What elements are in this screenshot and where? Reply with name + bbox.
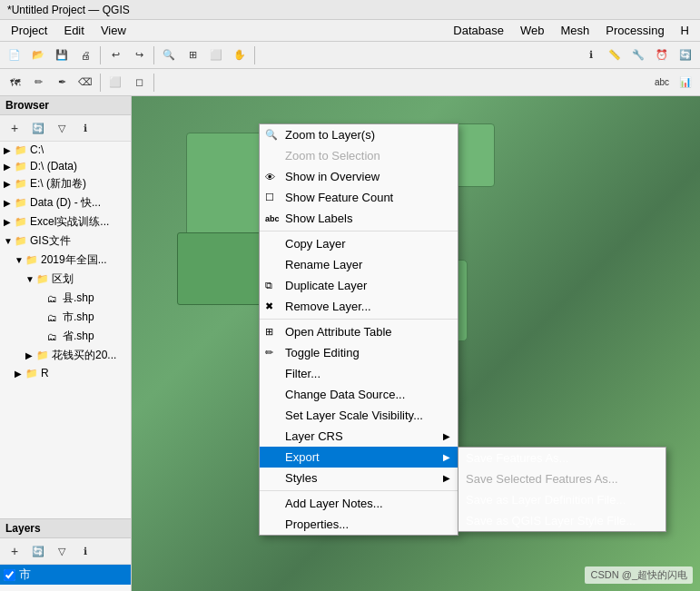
menu-processing[interactable]: Processing	[598, 22, 671, 39]
context-menu: 🔍 Zoom to Layer(s) Zoom to Selection 👁 S…	[259, 123, 458, 536]
layer-checkbox-shi[interactable]	[4, 569, 15, 581]
tree-item-data[interactable]: ▶ 📁 Data (D) - 快...	[0, 193, 131, 212]
main-area: Browser + 🔄 ▽ ℹ ▶ 📁 C:\ ▶ 📁 D:\ (Data) ▶…	[0, 96, 700, 591]
select-btn[interactable]: ⬜	[104, 72, 126, 94]
open-project-btn[interactable]: 📂	[27, 44, 49, 66]
deselect-btn[interactable]: ◻	[128, 72, 150, 94]
ctx-sep-3	[260, 490, 458, 491]
ctx-set-layer-scale[interactable]: Set Layer Scale Visibility...	[260, 405, 458, 426]
export-submenu: Save Features As... Save Selected Featur…	[458, 447, 666, 532]
tree-item-gis[interactable]: ▼ 📁 GIS文件	[0, 231, 131, 251]
menu-database[interactable]: Database	[446, 22, 511, 39]
ctx-show-overview[interactable]: 👁 Show in Overview	[260, 166, 458, 187]
ctx-change-data-source[interactable]: Change Data Source...	[260, 384, 458, 405]
tree-item-c[interactable]: ▶ 📁 C:\	[0, 142, 131, 158]
tree-item-xian[interactable]: ▶ 🗂 县.shp	[0, 289, 131, 308]
ctx-show-labels[interactable]: abc Show Labels	[260, 208, 458, 229]
zoom-selected-btn[interactable]: ⬜	[205, 44, 227, 66]
zoom-layer-btn[interactable]: ⊞	[182, 44, 203, 66]
layers-refresh-btn[interactable]: 🔄	[27, 540, 49, 562]
arrow-r: ▶	[15, 369, 25, 379]
layer-btn[interactable]: 🗺	[4, 72, 25, 94]
ctx-export[interactable]: Export ▶ Save Features As... Save Select…	[260, 447, 458, 468]
arrow-c: ▶	[4, 145, 15, 155]
separator-2	[153, 46, 154, 64]
ctx-remove-layer[interactable]: ✖ Remove Layer...	[260, 296, 458, 317]
layers-filter-btn[interactable]: ▽	[51, 540, 73, 562]
ctx-zoom-to-layers[interactable]: 🔍 Zoom to Layer(s)	[260, 124, 458, 145]
menu-edit[interactable]: Edit	[56, 22, 91, 39]
title-text: *Untitled Project — QGIS	[7, 4, 130, 16]
menu-h[interactable]: H	[674, 22, 696, 39]
tree-item-huaqian[interactable]: ▶ 📁 花钱买的20...	[0, 346, 131, 365]
pencil-btn[interactable]: ✒	[51, 72, 73, 94]
tree-item-2019[interactable]: ▼ 📁 2019年全国...	[0, 251, 131, 270]
chart-btn[interactable]: 📊	[675, 72, 696, 94]
layer-item-shi[interactable]: 市	[0, 565, 131, 585]
ctx-label-export: Export	[285, 450, 320, 464]
tree-item-shi[interactable]: ▶ 🗂 市.shp	[0, 308, 131, 327]
browser-toolbar: + 🔄 ▽ ℹ	[0, 115, 131, 142]
ctx-properties[interactable]: Properties...	[260, 514, 458, 535]
menu-project[interactable]: Project	[4, 22, 54, 39]
submenu-save-qgis-style[interactable]: Save as QGIS Layer Style File...	[458, 510, 665, 531]
submenu-label-save-layer-def: Save as Layer Definition File...	[466, 493, 626, 507]
ctx-label-filter: Filter...	[285, 367, 320, 380]
submenu-save-layer-def[interactable]: Save as Layer Definition File...	[458, 489, 665, 510]
identify2-btn[interactable]: 🔧	[627, 44, 649, 66]
layers-info-btn[interactable]: ℹ	[74, 540, 96, 562]
layers-add-btn[interactable]: +	[4, 540, 25, 562]
ctx-copy-layer[interactable]: Copy Layer	[260, 233, 458, 254]
ctx-rename-layer[interactable]: Rename Layer	[260, 254, 458, 275]
clock-btn[interactable]: ⏰	[651, 44, 673, 66]
tree-item-sheng[interactable]: ▶ 🗂 省.shp	[0, 327, 131, 346]
ctx-label-set-layer-scale: Set Layer Scale Visibility...	[285, 409, 423, 422]
browser-refresh-btn[interactable]: 🔄	[27, 117, 49, 139]
arrow-e: ▶	[4, 179, 15, 189]
save-as-btn[interactable]: 🖨	[74, 44, 96, 66]
ctx-zoom-to-selection: Zoom to Selection	[260, 145, 458, 166]
pan-btn[interactable]: ✋	[229, 44, 251, 66]
ctx-duplicate-layer[interactable]: ⧉ Duplicate Layer	[260, 275, 458, 296]
abc-btn[interactable]: abc	[651, 72, 673, 94]
labels-icon: abc	[265, 214, 280, 223]
styles-arrow: ▶	[434, 473, 450, 483]
menu-mesh[interactable]: Mesh	[554, 22, 597, 39]
browser-info-btn[interactable]: ℹ	[74, 117, 96, 139]
new-project-btn[interactable]: 📄	[4, 44, 25, 66]
tree-item-e[interactable]: ▶ 📁 E:\ (新加卷)	[0, 174, 131, 193]
ctx-layer-crs[interactable]: Layer CRS ▶	[260, 426, 458, 447]
ctx-open-attribute-table[interactable]: ⊞ Open Attribute Table	[260, 321, 458, 342]
tree-item-r[interactable]: ▶ 📁 R	[0, 365, 131, 381]
eraser-btn[interactable]: ⌫	[74, 72, 96, 94]
ctx-styles[interactable]: Styles ▶	[260, 468, 458, 488]
ctx-label-layer-crs: Layer CRS	[285, 429, 343, 443]
browser-filter-btn[interactable]: ▽	[51, 117, 73, 139]
shp-icon-shi: 🗂	[47, 312, 60, 323]
folder-icon-gis: 📁	[15, 235, 27, 247]
edit-btn[interactable]: ✏	[27, 72, 49, 94]
identify-btn[interactable]: ℹ	[580, 44, 602, 66]
tree-item-quhua[interactable]: ▼ 📁 区划	[0, 270, 131, 289]
folder-icon-excel: 📁	[15, 216, 27, 228]
menu-web[interactable]: Web	[513, 22, 552, 39]
ctx-toggle-editing[interactable]: ✏ Toggle Editing	[260, 342, 458, 363]
tree-item-excel[interactable]: ▶ 📁 Excel实战训练...	[0, 212, 131, 231]
ctx-filter[interactable]: Filter...	[260, 363, 458, 384]
title-bar: *Untitled Project — QGIS	[0, 0, 700, 20]
browser-add-btn[interactable]: +	[4, 117, 25, 139]
refresh-btn[interactable]: 🔄	[675, 44, 696, 66]
save-project-btn[interactable]: 💾	[51, 44, 73, 66]
arrow-excel: ▶	[4, 217, 15, 227]
redo-btn[interactable]: ↪	[128, 44, 150, 66]
zoom-full-btn[interactable]: 🔍	[158, 44, 180, 66]
menu-view[interactable]: View	[94, 22, 133, 39]
tree-item-d[interactable]: ▶ 📁 D:\ (Data)	[0, 158, 131, 174]
submenu-save-features-as[interactable]: Save Features As...	[458, 448, 665, 468]
browser-tree: ▶ 📁 C:\ ▶ 📁 D:\ (Data) ▶ 📁 E:\ (新加卷) ▶ 📁…	[0, 142, 131, 518]
measure-btn[interactable]: 📏	[604, 44, 626, 66]
ctx-add-layer-notes[interactable]: Add Layer Notes...	[260, 493, 458, 514]
ctx-show-feature-count[interactable]: ☐ Show Feature Count	[260, 187, 458, 208]
ctx-label-add-layer-notes: Add Layer Notes...	[285, 497, 383, 510]
undo-btn[interactable]: ↩	[104, 44, 126, 66]
